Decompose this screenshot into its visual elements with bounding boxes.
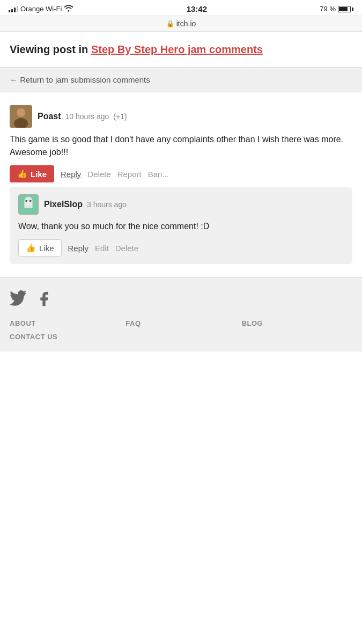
svg-point-1 <box>17 108 25 117</box>
reply-avatar <box>18 194 39 215</box>
status-right: 79 % <box>320 5 353 13</box>
return-link[interactable]: ← Return to jam submission comments <box>10 75 150 84</box>
lock-icon: 🔒 <box>166 20 174 27</box>
footer-faq-link[interactable]: FAQ <box>125 319 236 327</box>
thumbs-up-icon: 👍 <box>17 169 27 179</box>
twitter-link[interactable] <box>10 290 27 310</box>
comments-section: Poast 10 hours ago (+1) This game is so … <box>10 92 352 264</box>
delete-button[interactable]: Delete <box>87 170 110 179</box>
svg-rect-6 <box>24 208 26 210</box>
footer-blog-link[interactable]: BLOG <box>242 319 352 327</box>
signal-icon <box>9 6 18 12</box>
ban-button[interactable]: Ban... <box>148 170 169 179</box>
svg-point-9 <box>29 200 32 202</box>
reply-body: Wow, thank you so much for the nice comm… <box>18 220 344 233</box>
facebook-icon <box>35 290 53 308</box>
avatar <box>10 105 32 128</box>
comment-actions: 👍 Like Reply Delete Report Ban... <box>10 165 352 182</box>
footer: ABOUT FAQ BLOG CONTACT US <box>0 277 362 352</box>
footer-social <box>10 290 352 310</box>
battery-icon <box>338 6 353 12</box>
svg-point-8 <box>25 200 27 202</box>
reply-meta: PixelSlop 3 hours ago <box>44 200 127 209</box>
reply-reply-button[interactable]: Reply <box>68 244 88 253</box>
comment-username: Poast <box>38 112 61 121</box>
footer-about-link[interactable]: ABOUT <box>10 319 120 327</box>
status-bar: Orange Wi-Fi 13:42 79 % <box>0 0 362 16</box>
status-time: 13:42 <box>187 4 207 13</box>
url-display: itch.io <box>176 19 196 28</box>
comment-time: 10 hours ago <box>65 112 109 121</box>
thumbs-up-outline-icon: 👍 <box>26 243 36 253</box>
carrier-label: Orange Wi-Fi <box>20 5 62 13</box>
reply-time: 3 hours ago <box>87 200 127 209</box>
page-content: Viewing post in Step By Step Hero jam co… <box>0 32 362 264</box>
reply-box: PixelSlop 3 hours ago Wow, thank you so … <box>10 187 352 264</box>
return-bar: ← Return to jam submission comments <box>0 67 362 92</box>
page-heading: Viewing post in Step By Step Hero jam co… <box>10 42 352 56</box>
reply-like-button[interactable]: 👍 Like <box>18 239 62 257</box>
wifi-icon <box>64 4 73 13</box>
comment-header: Poast 10 hours ago (+1) <box>10 105 352 128</box>
svg-rect-7 <box>28 208 31 210</box>
comment-body: This game is so good that I don't have a… <box>10 133 352 159</box>
status-left: Orange Wi-Fi <box>9 4 73 13</box>
comment-item: Poast 10 hours ago (+1) This game is so … <box>10 105 352 264</box>
reply-button[interactable]: Reply <box>61 170 81 179</box>
twitter-icon <box>10 290 27 308</box>
battery-percent: 79 % <box>320 5 336 13</box>
jam-comments-link[interactable]: Step By Step Hero jam comments <box>91 43 263 55</box>
svg-rect-5 <box>24 201 32 208</box>
comment-meta: Poast 10 hours ago (+1) <box>38 112 127 121</box>
reply-edit-button[interactable]: Edit <box>95 244 109 253</box>
comment-vote: (+1) <box>113 112 127 121</box>
avatar-image-poast <box>10 105 32 128</box>
reply-comment-header: PixelSlop 3 hours ago <box>18 194 344 215</box>
footer-contact-link[interactable]: CONTACT US <box>10 333 120 341</box>
reply-actions: 👍 Like Reply Edit Delete <box>18 239 344 257</box>
reply-delete-button[interactable]: Delete <box>115 244 138 253</box>
facebook-link[interactable] <box>35 290 53 310</box>
footer-links: ABOUT FAQ BLOG CONTACT US <box>10 319 352 341</box>
report-button[interactable]: Report <box>117 170 142 179</box>
reply-username: PixelSlop <box>44 200 83 209</box>
like-button[interactable]: 👍 Like <box>10 165 54 182</box>
address-bar: 🔒 itch.io <box>0 16 362 32</box>
